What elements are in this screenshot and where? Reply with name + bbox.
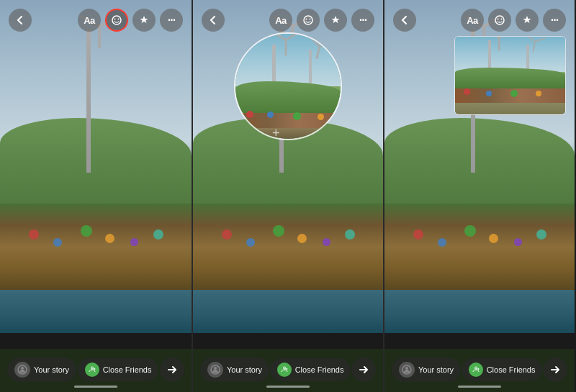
- close-friends-btn-3[interactable]: Close Friends: [462, 358, 543, 381]
- svg-point-5: [304, 16, 312, 24]
- hobbit-buildings: [0, 204, 192, 290]
- layout-tool-3[interactable]: [516, 9, 539, 32]
- scroll-indicator-3: [458, 386, 501, 388]
- circle-photo-overlay[interactable]: [234, 32, 342, 140]
- scroll-indicator-1: [74, 386, 117, 388]
- windmill-tower-1: [86, 29, 91, 173]
- water-2: [193, 290, 383, 333]
- bottom-bar-2: Your story Close Friends: [193, 357, 383, 382]
- svg-point-4: [21, 367, 24, 370]
- layout-tool-2[interactable]: [324, 9, 347, 32]
- svg-point-10: [495, 16, 504, 24]
- your-story-btn-3[interactable]: Your story: [392, 357, 461, 382]
- plus-cursor: +: [272, 126, 280, 141]
- toolbar-center-1: Aa ···: [78, 9, 183, 32]
- rect-photo-overlay[interactable]: [454, 36, 566, 115]
- your-story-label-3: Your story: [418, 365, 454, 374]
- toolbar-2: Aa ···: [193, 9, 383, 32]
- close-friends-label-1: Close Friends: [103, 365, 152, 374]
- story-icon-3: [399, 362, 415, 378]
- sticker-tool-3[interactable]: [488, 9, 511, 32]
- more-tool-1[interactable]: ···: [160, 9, 183, 32]
- send-btn-2[interactable]: [351, 357, 376, 382]
- back-button-1[interactable]: [9, 9, 32, 32]
- svg-point-9: [214, 367, 217, 370]
- bottom-bar-3: Your story Close Friends: [384, 357, 575, 382]
- hobbit-buildings-2: [193, 204, 383, 290]
- story-icon-1: [14, 362, 30, 378]
- more-tool-3[interactable]: ···: [543, 9, 566, 32]
- toolbar-1: Aa ···: [0, 9, 192, 32]
- text-tool-3[interactable]: Aa: [461, 9, 484, 32]
- close-friends-btn-1[interactable]: Close Friends: [78, 358, 159, 381]
- toolbar-center-2: Aa ···: [269, 9, 374, 32]
- close-friends-label-2: Close Friends: [295, 365, 344, 374]
- svg-point-2: [118, 19, 120, 20]
- svg-point-1: [114, 19, 116, 20]
- toolbar-3: Aa ···: [384, 9, 575, 32]
- text-tool-1[interactable]: Aa: [78, 9, 101, 32]
- panel-1: Aa ···: [0, 0, 192, 392]
- sticker-tool-2[interactable]: [297, 9, 320, 32]
- send-btn-3[interactable]: [543, 357, 567, 382]
- more-tool-2[interactable]: ···: [351, 9, 374, 32]
- send-btn-1[interactable]: [160, 357, 184, 382]
- your-story-btn-2[interactable]: Your story: [200, 357, 269, 382]
- svg-point-0: [112, 16, 121, 24]
- rect-inner-content: [455, 37, 565, 114]
- circle-inner-content: [235, 34, 341, 139]
- bottom-bar-1: Your story Close Friends: [0, 357, 192, 382]
- svg-point-6: [306, 19, 307, 20]
- toolbar-center-3: Aa ···: [461, 9, 566, 32]
- close-friends-label-3: Close Friends: [487, 365, 536, 374]
- scroll-indicator-2: [266, 386, 310, 388]
- your-story-label-2: Your story: [227, 365, 262, 374]
- layout-tool-1[interactable]: [132, 9, 156, 32]
- text-tool-2[interactable]: Aa: [269, 9, 292, 32]
- svg-point-11: [498, 19, 499, 20]
- hobbit-buildings-3: [384, 204, 575, 290]
- your-story-label-1: Your story: [34, 365, 69, 374]
- story-icon-2: [207, 362, 223, 378]
- panel-3: Aa ···: [383, 0, 575, 392]
- back-button-2[interactable]: [202, 9, 225, 32]
- back-button-3[interactable]: [393, 9, 416, 32]
- water-3: [384, 290, 575, 333]
- close-friends-btn-2[interactable]: Close Friends: [270, 358, 351, 381]
- water: [0, 290, 192, 333]
- svg-point-12: [501, 19, 503, 20]
- svg-point-14: [405, 367, 408, 370]
- your-story-btn-1[interactable]: Your story: [7, 357, 76, 382]
- sticker-tool-1[interactable]: [105, 9, 128, 32]
- panel-2: + Aa ···: [192, 0, 383, 392]
- svg-point-7: [310, 19, 311, 20]
- friends-icon-1: [85, 363, 99, 377]
- friends-icon-3: [469, 363, 483, 377]
- friends-icon-2: [277, 363, 292, 377]
